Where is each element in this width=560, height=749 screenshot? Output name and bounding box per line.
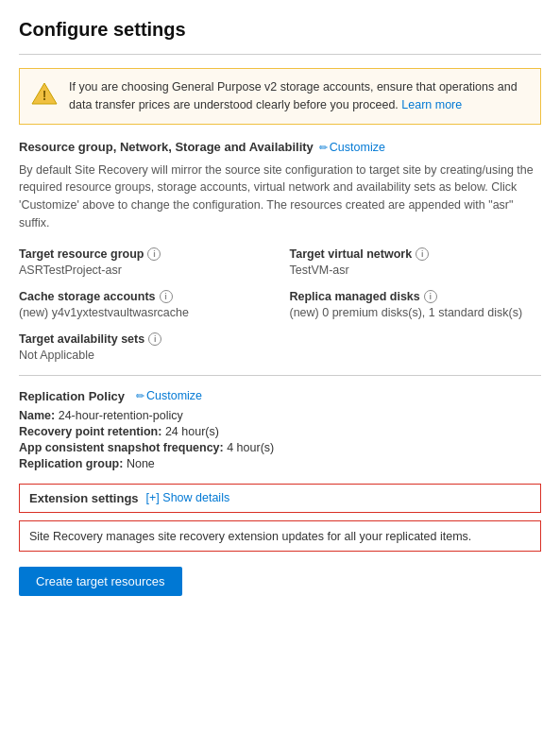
replica-managed-disks-label: Replica managed disks [290,290,420,303]
middle-divider [19,375,541,376]
replica-managed-disks-value: (new) 0 premium disks(s), 1 standard dis… [290,306,542,319]
target-availability-sets-field: Target availability sets i Not Applicabl… [19,332,271,362]
target-virtual-network-info-icon[interactable]: i [416,247,429,261]
target-availability-sets-label: Target availability sets [19,332,144,346]
warning-text: If you are choosing General Purpose v2 s… [69,78,529,114]
policy-group-line: Replication group: None [19,457,541,470]
target-availability-sets-value: Not Applicable [19,349,271,362]
policy-recovery-line: Recovery point retention: 24 hour(s) [19,425,541,438]
warning-box: ! If you are choosing General Purpose v2… [19,68,541,125]
target-availability-sets-info-icon[interactable]: i [148,332,161,346]
cache-storage-accounts-label: Cache storage accounts [19,290,156,303]
replication-section: Replication Policy ✏Customize Name: 24-h… [19,389,541,470]
warning-icon: ! [31,80,58,107]
policy-name-line: Name: 24-hour-retention-policy [19,409,541,422]
replica-managed-disks-field: Replica managed disks i (new) 0 premium … [290,290,542,319]
target-resource-group-value: ASRTestProject-asr [19,264,271,277]
svg-text:!: ! [42,88,47,103]
replica-managed-disks-info-icon[interactable]: i [424,290,437,303]
extension-desc-box: Site Recovery manages site recovery exte… [19,520,541,552]
target-virtual-network-label: Target virtual network [290,247,413,261]
cache-storage-accounts-field: Cache storage accounts i (new) y4v1yxtes… [19,290,271,319]
learn-more-link[interactable]: Learn more [401,98,462,111]
fields-grid: Target resource group i ASRTestProject-a… [19,247,541,362]
target-resource-group-field: Target resource group i ASRTestProject-a… [19,247,271,277]
cache-storage-accounts-info-icon[interactable]: i [160,290,173,303]
target-virtual-network-value: TestVM-asr [290,264,542,277]
top-divider [19,54,541,55]
target-virtual-network-field: Target virtual network i TestVM-asr [290,247,542,277]
extension-settings-box: Extension settings [+] Show details [19,484,541,513]
extension-desc-text: Site Recovery manages site recovery exte… [29,530,471,543]
policy-app-line: App consistent snapshot frequency: 4 hou… [19,441,541,454]
extension-settings-title: Extension settings [29,491,139,505]
replication-policy-title: Replication Policy [19,389,125,403]
resource-section-desc: By default Site Recovery will mirror the… [19,162,541,232]
resource-customize-link[interactable]: ✏Customize [319,141,385,154]
page-title: Configure settings [19,19,541,41]
pencil-icon: ✏ [319,142,328,153]
resource-section: Resource group, Network, Storage and Ava… [19,140,541,362]
replication-pencil-icon: ✏ [136,390,144,401]
create-target-resources-button[interactable]: Create target resources [19,567,182,596]
show-details-link[interactable]: [+] Show details [146,491,230,504]
target-resource-group-label: Target resource group [19,247,144,261]
resource-section-title: Resource group, Network, Storage and Ava… [19,140,314,154]
cache-storage-accounts-value: (new) y4v1yxtestvaultwasrcache [19,306,271,319]
replication-customize-link[interactable]: ✏Customize [136,389,202,402]
target-resource-group-info-icon[interactable]: i [147,247,161,261]
